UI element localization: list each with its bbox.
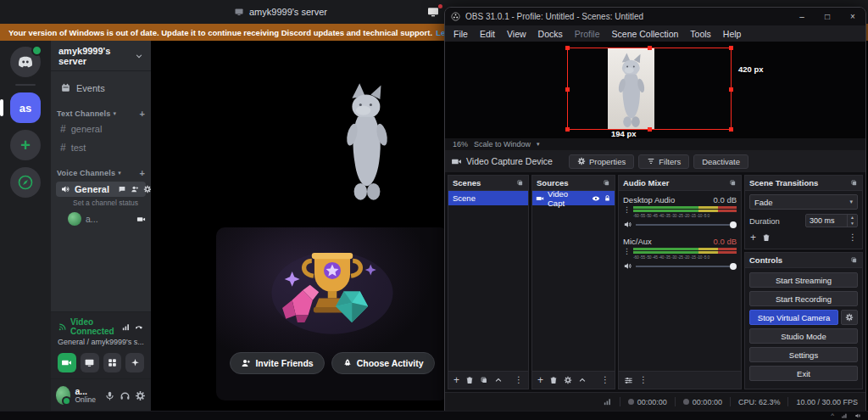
- minimize-button[interactable]: –: [789, 8, 815, 25]
- start-recording-button[interactable]: Start Recording: [749, 291, 858, 306]
- activities-button[interactable]: [103, 353, 122, 372]
- channel-general[interactable]: # general: [56, 120, 146, 137]
- server-avatar-as[interactable]: as: [10, 92, 41, 123]
- mute-toggle-icon[interactable]: [623, 261, 632, 271]
- menu-scene-collection[interactable]: Scene Collection: [606, 29, 685, 39]
- channel-menu-button[interactable]: ⋮: [623, 206, 631, 214]
- add-transition-button[interactable]: +: [750, 232, 756, 243]
- settings-button[interactable]: Settings: [749, 347, 858, 362]
- sidebar-item-events[interactable]: Events: [56, 79, 146, 97]
- controls-header[interactable]: Controls: [745, 253, 862, 268]
- resize-handle[interactable]: [729, 127, 733, 132]
- menu-tools[interactable]: Tools: [684, 29, 717, 39]
- channel-status-hint[interactable]: Set a channel status: [73, 199, 146, 207]
- properties-button[interactable]: Properties: [569, 154, 634, 169]
- tray-network-icon[interactable]: [841, 412, 848, 419]
- preview-canvas[interactable]: 420 px 194 px: [445, 42, 865, 138]
- add-text-channel-button[interactable]: +: [139, 109, 145, 119]
- mixer-settings-icon[interactable]: [624, 376, 633, 385]
- audio-mixer-header[interactable]: Audio Mixer: [619, 176, 741, 191]
- screenshare-active-icon[interactable]: [426, 5, 442, 19]
- server-header[interactable]: amyk9999's server: [51, 41, 151, 71]
- duration-spinbox[interactable]: 300 ms ▲ ▼: [805, 214, 858, 227]
- invite-friends-button[interactable]: Invite Friends: [230, 352, 324, 374]
- home-button[interactable]: [10, 47, 41, 77]
- camera-toggle-button[interactable]: [58, 353, 76, 372]
- headphones-icon[interactable]: [120, 390, 131, 401]
- choose-activity-button[interactable]: Choose Activity: [331, 352, 435, 374]
- invite-to-channel-icon[interactable]: [131, 185, 139, 193]
- user-settings-icon[interactable]: [135, 390, 146, 401]
- move-scene-up-button[interactable]: [494, 376, 503, 384]
- disconnect-call-icon[interactable]: [134, 322, 144, 332]
- scene-item-selected[interactable]: Scene: [448, 191, 528, 205]
- slider-knob[interactable]: [730, 263, 737, 270]
- voice-channels-header[interactable]: Voice Channels ▾ +: [57, 168, 145, 178]
- menu-docks[interactable]: Docks: [532, 29, 569, 39]
- sources-header[interactable]: Sources: [532, 176, 615, 191]
- voice-channel-general[interactable]: General: [56, 182, 146, 197]
- remove-source-button[interactable]: [549, 376, 558, 384]
- spin-up-button[interactable]: ▲: [848, 215, 857, 221]
- dock-popout-icon[interactable]: [850, 179, 858, 187]
- visibility-eye-icon[interactable]: [592, 194, 600, 203]
- transition-select[interactable]: Fade ▾: [749, 194, 858, 210]
- start-streaming-button[interactable]: Start Streaming: [749, 272, 858, 288]
- volume-slider[interactable]: [636, 262, 737, 271]
- add-voice-channel-button[interactable]: +: [139, 168, 145, 178]
- resize-handle[interactable]: [648, 127, 652, 132]
- slider-knob[interactable]: [730, 221, 737, 228]
- dock-popout-icon[interactable]: [603, 179, 610, 187]
- channel-test[interactable]: # test: [56, 139, 146, 156]
- lock-icon[interactable]: [604, 194, 611, 202]
- menu-profile[interactable]: Profile: [569, 29, 606, 39]
- mic-icon[interactable]: [104, 390, 115, 401]
- text-channels-header[interactable]: Text Channels ▾ +: [57, 109, 145, 119]
- scale-mode-label[interactable]: Scale to Window: [474, 140, 531, 148]
- remove-scene-button[interactable]: [465, 376, 474, 384]
- menu-view[interactable]: View: [501, 29, 532, 39]
- menu-file[interactable]: File: [448, 29, 474, 39]
- source-properties-button[interactable]: [564, 376, 572, 384]
- menu-help[interactable]: Help: [717, 29, 748, 39]
- volume-slider[interactable]: [636, 221, 737, 229]
- resize-handle[interactable]: [565, 127, 570, 132]
- add-source-button[interactable]: +: [537, 375, 543, 385]
- close-button[interactable]: ×: [840, 8, 865, 25]
- resize-handle[interactable]: [648, 46, 652, 50]
- sources-menu-button[interactable]: ⋮: [601, 376, 609, 384]
- add-scene-button[interactable]: +: [453, 375, 459, 385]
- resize-handle[interactable]: [729, 87, 733, 92]
- explore-servers-button[interactable]: [10, 167, 41, 198]
- mute-toggle-icon[interactable]: [623, 220, 632, 229]
- maximize-button[interactable]: □: [815, 8, 840, 25]
- remove-transition-button[interactable]: [762, 233, 771, 242]
- dock-popout-icon[interactable]: [729, 179, 737, 187]
- duplicate-scene-button[interactable]: [480, 376, 488, 384]
- filters-button[interactable]: Filters: [638, 154, 689, 169]
- scene-transitions-header[interactable]: Scene Transitions: [745, 176, 862, 191]
- source-selection-box[interactable]: [567, 48, 732, 130]
- source-item-selected[interactable]: Video Capt: [532, 191, 615, 205]
- signal-strength-icon[interactable]: [121, 322, 131, 332]
- camera-preview-tile[interactable]: [339, 81, 395, 204]
- soundboard-button[interactable]: [125, 353, 144, 372]
- tray-volume-icon[interactable]: [854, 412, 861, 419]
- studio-mode-button[interactable]: Studio Mode: [749, 328, 858, 344]
- chat-bubble-icon[interactable]: [118, 185, 126, 193]
- resize-handle[interactable]: [565, 46, 570, 50]
- scenes-header[interactable]: Scenes: [448, 176, 528, 191]
- virtual-camera-settings-button[interactable]: [841, 310, 858, 325]
- user-avatar[interactable]: [56, 386, 70, 405]
- resize-handle[interactable]: [729, 46, 733, 50]
- add-server-button[interactable]: +: [10, 130, 41, 160]
- deactivate-button[interactable]: Deactivate: [693, 154, 748, 169]
- mixer-menu-button[interactable]: ⋮: [639, 376, 648, 384]
- stop-virtual-camera-button[interactable]: Stop Virtual Camera: [749, 310, 838, 325]
- exit-button[interactable]: Exit: [749, 366, 858, 381]
- menu-edit[interactable]: Edit: [474, 29, 501, 39]
- scale-dropdown-icon[interactable]: ▾: [537, 141, 540, 148]
- resize-handle[interactable]: [565, 87, 570, 92]
- dock-popout-icon[interactable]: [516, 179, 524, 187]
- spin-down-button[interactable]: ▼: [848, 221, 857, 227]
